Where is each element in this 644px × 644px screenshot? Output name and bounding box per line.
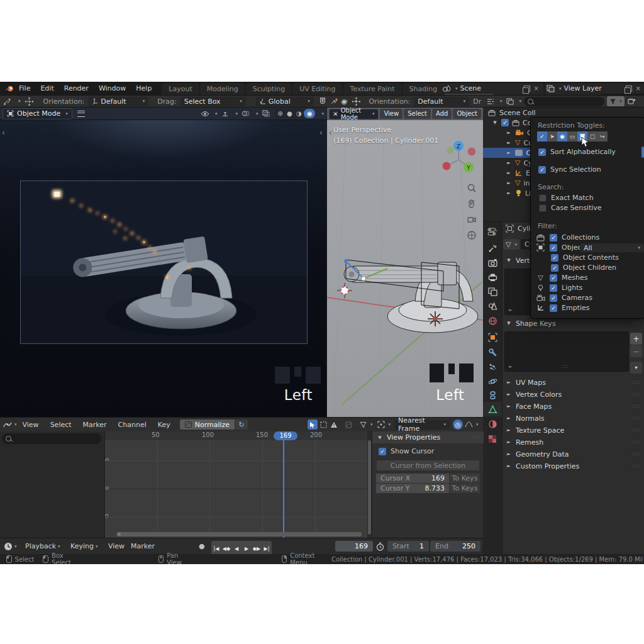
expand-icon[interactable]: ► bbox=[506, 140, 512, 145]
cursor-from-selection-button[interactable]: Cursor from Selection bbox=[376, 460, 480, 471]
menu-select[interactable]: Select bbox=[404, 109, 431, 119]
drag-handle-icon[interactable]: ∷∷ bbox=[633, 392, 640, 397]
auto-normalize-refresh-icon[interactable]: ↻ bbox=[235, 419, 248, 430]
list-expand-icon[interactable]: ► bbox=[508, 364, 514, 369]
panel-remesh[interactable]: ►Remesh∷∷ bbox=[502, 436, 644, 448]
close-scene-icon[interactable]: × bbox=[533, 85, 540, 92]
play-button[interactable]: ▶ bbox=[242, 546, 252, 552]
case-sensitive-row[interactable]: Case Sensitive bbox=[539, 204, 602, 212]
tab-modifiers[interactable] bbox=[483, 345, 502, 360]
filter-objects-row[interactable]: ✓ Objects All ▾ bbox=[536, 243, 588, 252]
ortho-grid-icon[interactable] bbox=[467, 230, 477, 241]
orientation-dropdown[interactable]: Default ▾ bbox=[88, 97, 148, 106]
vertical-scrollbar[interactable] bbox=[368, 440, 371, 535]
tab-physics[interactable] bbox=[483, 374, 502, 389]
drag-handle-icon[interactable]: ∷∷ bbox=[633, 428, 640, 433]
view-properties-panel-header[interactable]: ▼ View Properties ∷∷ bbox=[372, 431, 484, 443]
box-select-tool-icon[interactable] bbox=[318, 419, 328, 430]
menu-object[interactable]: Object bbox=[453, 109, 481, 119]
menu-render[interactable]: Render bbox=[59, 84, 94, 92]
outliner-filter-button[interactable]: ▾ bbox=[607, 96, 625, 106]
proportional-edit-icon[interactable]: ◎ bbox=[453, 419, 463, 430]
tab-uv-editing[interactable]: UV Editing bbox=[292, 83, 343, 95]
object-visibility-icon[interactable] bbox=[200, 109, 210, 118]
menu-add[interactable]: Add bbox=[432, 109, 452, 119]
filter-funnel-icon[interactable] bbox=[358, 419, 368, 430]
tab-output[interactable] bbox=[483, 270, 502, 284]
restriction-selectable-icon[interactable]: ✓ bbox=[537, 131, 547, 142]
tab-modeling[interactable]: Modeling bbox=[200, 83, 246, 95]
restriction-cursor-icon[interactable]: ➤ bbox=[547, 131, 557, 142]
filter-cameras-row[interactable]: ✓ Cameras bbox=[536, 294, 592, 302]
pivot-dropdown[interactable]: Global ▾ bbox=[256, 97, 314, 106]
menu-marker[interactable]: Marker bbox=[77, 421, 113, 429]
active-tool-icon[interactable] bbox=[3, 97, 13, 106]
use-preview-range-button[interactable] bbox=[376, 538, 384, 554]
drag-handle-icon[interactable]: ∷∷ bbox=[472, 435, 479, 440]
jump-end-button[interactable]: ▶| bbox=[262, 546, 272, 552]
expand-icon[interactable]: ► bbox=[506, 150, 512, 155]
active-tool-icon[interactable] bbox=[330, 97, 340, 106]
pivot-point-icon[interactable] bbox=[376, 419, 386, 430]
objects-scope-dropdown[interactable]: All ▾ bbox=[580, 243, 644, 252]
viewport-solid[interactable]: Object Mode ▾ View Select Add Object Use… bbox=[327, 108, 483, 417]
panel-normals[interactable]: ►Normals∷∷ bbox=[502, 413, 644, 424]
outliner-filter-id-icon[interactable] bbox=[505, 97, 515, 106]
shading-solid-icon[interactable]: ● bbox=[285, 109, 294, 118]
tab-object[interactable] bbox=[483, 330, 502, 345]
panel-vertex-colors[interactable]: ►Vertex Colors∷∷ bbox=[502, 389, 644, 400]
expand-icon[interactable]: ► bbox=[506, 130, 512, 135]
outliner-search-input[interactable] bbox=[524, 97, 604, 106]
tab-scene[interactable] bbox=[483, 299, 502, 313]
toolbar-collapse-arrow[interactable]: ‹ bbox=[2, 128, 5, 137]
editor-type-button[interactable]: ▾ bbox=[4, 538, 17, 554]
tab-material[interactable] bbox=[483, 417, 502, 431]
horizontal-scrollbar[interactable] bbox=[116, 532, 362, 536]
show-errors-icon[interactable] bbox=[329, 419, 339, 430]
filter-object-children-row[interactable]: ✓ Object Children bbox=[551, 264, 616, 272]
expand-icon[interactable]: ▼ bbox=[492, 120, 498, 125]
exact-match-row[interactable]: Exact Match bbox=[539, 194, 594, 202]
current-frame-field[interactable]: 169 bbox=[335, 541, 373, 552]
case-sensitive-checkbox[interactable] bbox=[539, 204, 547, 212]
sort-alphabetically-checkbox[interactable]: ✓ bbox=[538, 148, 546, 156]
normalize-button[interactable]: Normalize bbox=[180, 419, 235, 430]
filter-collections-checkbox[interactable]: ✓ bbox=[550, 234, 557, 242]
menu-view[interactable]: View bbox=[380, 109, 402, 119]
shape-key-specials-button[interactable]: ▾ bbox=[630, 362, 642, 374]
play-reverse-button[interactable]: ◀ bbox=[231, 546, 242, 552]
expand-icon[interactable]: ► bbox=[506, 191, 512, 196]
frame-end-field[interactable]: End 250 bbox=[430, 541, 480, 552]
tweak-tool-icon[interactable] bbox=[308, 419, 318, 430]
panel-custom-properties[interactable]: ►Custom Properties∷∷ bbox=[502, 460, 644, 472]
mesh-datablock-dropdown[interactable]: ▽ ▾ bbox=[503, 239, 519, 250]
playhead[interactable] bbox=[283, 440, 284, 538]
sort-alphabetically-row[interactable]: ✓ Sort Alphabetically bbox=[538, 148, 616, 156]
filter-lights-checkbox[interactable]: ✓ bbox=[550, 284, 557, 292]
filter-object-contents-row[interactable]: ✓ Object Contents bbox=[551, 253, 619, 262]
marker-menu[interactable]: Marker bbox=[131, 538, 155, 554]
restriction-viewport-icon[interactable]: ▭ bbox=[567, 131, 577, 142]
tab-shading[interactable]: Shading bbox=[402, 83, 445, 95]
filter-empties-row[interactable]: ✓ Empties bbox=[536, 304, 590, 312]
panel-uv-maps[interactable]: ►UV Maps∷∷ bbox=[502, 377, 644, 388]
menu-view[interactable]: View bbox=[17, 421, 45, 429]
tab-world[interactable] bbox=[483, 314, 502, 328]
snap-magnet-icon[interactable] bbox=[318, 97, 328, 106]
menu-key[interactable]: Key bbox=[152, 421, 176, 429]
current-frame-badge[interactable]: 169 bbox=[274, 431, 297, 440]
filter-lights-row[interactable]: ✓ Lights bbox=[536, 284, 582, 292]
overlays-toggle-icon[interactable] bbox=[241, 109, 251, 118]
drag-handle-icon[interactable]: ∷∷ bbox=[633, 380, 640, 386]
drag-handle-icon[interactable]: ∷∷ bbox=[633, 440, 640, 445]
shading-wireframe-icon[interactable]: ⊕ bbox=[275, 109, 284, 118]
expand-icon[interactable]: ► bbox=[506, 170, 512, 175]
camera-view-icon[interactable] bbox=[467, 214, 477, 225]
mode-dropdown[interactable]: Object Mode ▾ bbox=[329, 109, 379, 119]
to-keys-button[interactable]: To Keys bbox=[450, 474, 480, 483]
shape-key-add-button[interactable]: + bbox=[630, 333, 642, 345]
tab-view-layer[interactable] bbox=[483, 284, 502, 299]
tab-texture[interactable] bbox=[483, 431, 502, 446]
cursor-x-value[interactable]: 169 bbox=[431, 474, 445, 482]
shading-material-icon[interactable]: ◑ bbox=[294, 109, 303, 118]
